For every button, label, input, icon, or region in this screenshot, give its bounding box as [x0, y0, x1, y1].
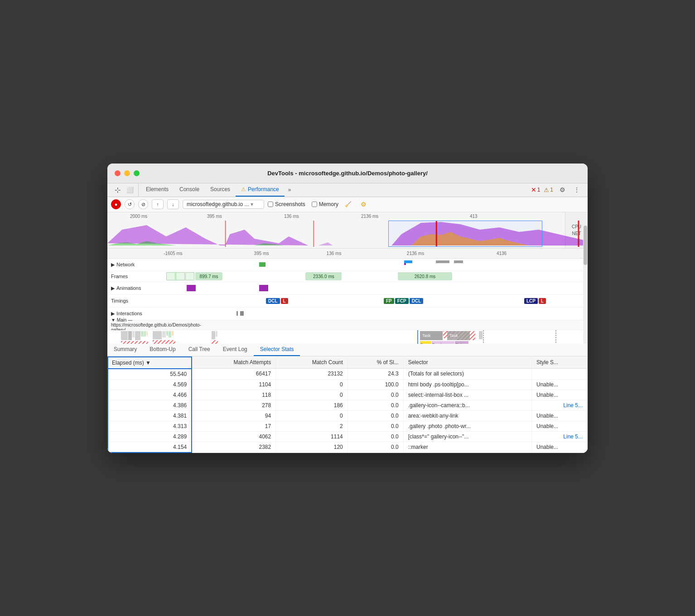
- tab-calltree[interactable]: Call Tree: [182, 344, 217, 356]
- cell-count: 120: [276, 442, 348, 452]
- cell-attempts: 66417: [192, 369, 276, 380]
- minimize-button[interactable]: [124, 170, 130, 176]
- frame-duration-2: 2336.0 ms: [305, 272, 342, 280]
- table-row: 4.466 118 0 0.0 select:-internal-list-bo…: [108, 390, 588, 400]
- screenshots-checkbox[interactable]: [268, 202, 273, 207]
- memory-option[interactable]: Memory: [312, 201, 338, 207]
- svg-rect-9: [436, 260, 449, 263]
- time-top-4: 413: [470, 214, 478, 219]
- frame-duration-1: 899.7 ms: [195, 272, 222, 280]
- refresh-record-button[interactable]: ↺: [125, 199, 135, 209]
- time-top-3: 2136 ms: [361, 214, 378, 219]
- tab-selectorstats[interactable]: Selector Stats: [254, 344, 300, 356]
- cell-style[interactable]: Line 5...: [532, 431, 588, 442]
- clear-button[interactable]: ⊘: [138, 199, 148, 209]
- svg-rect-2: [225, 221, 226, 247]
- url-display: microsoftedge.github.io ... ▾: [183, 200, 264, 209]
- inspect-icon[interactable]: ⊹: [112, 184, 123, 195]
- svg-rect-12: [259, 285, 268, 291]
- col-elapsed[interactable]: Elapsed (ms) ▼: [108, 357, 192, 369]
- svg-rect-5: [404, 260, 407, 263]
- svg-rect-28: [169, 331, 171, 337]
- tab-eventlog[interactable]: Event Log: [217, 344, 254, 356]
- frame-block-2: [176, 272, 185, 280]
- cell-selector: (Totals for all selectors): [403, 369, 531, 380]
- svg-rect-20: [144, 331, 146, 337]
- row-label-interactions[interactable]: ▶ Interactions: [107, 311, 166, 317]
- tab-elements[interactable]: Elements: [140, 183, 174, 197]
- tab-more[interactable]: »: [285, 183, 295, 197]
- row-content-frames: 899.7 ms 2336.0 ms 2620.8 ms: [166, 271, 588, 282]
- screenshots-option[interactable]: Screenshots: [268, 201, 305, 207]
- svg-rect-15: [121, 331, 128, 340]
- row-label-animations[interactable]: ▶ Animations: [107, 285, 166, 291]
- svg-rect-6: [407, 260, 410, 263]
- cell-elapsed: 55.540: [108, 369, 192, 380]
- time-label-1: 395 ms: [254, 251, 269, 256]
- col-selector[interactable]: Selector: [403, 357, 531, 369]
- col-attempts[interactable]: Match Attempts: [192, 357, 276, 369]
- record-button[interactable]: ●: [111, 199, 121, 209]
- timeline-scrollbar[interactable]: [583, 212, 588, 344]
- more-icon[interactable]: ⋮: [571, 184, 582, 195]
- cell-selector: select:-internal-list-box ...: [403, 390, 531, 400]
- maximize-button[interactable]: [134, 170, 140, 176]
- tab-summary[interactable]: Summary: [107, 344, 143, 356]
- svg-rect-17: [132, 331, 135, 337]
- svg-rect-8: [404, 263, 406, 265]
- timeline-overview[interactable]: CPU NET 2000 ms 395 ms 136 ms 2136 ms 41…: [107, 212, 588, 249]
- cell-count: 2: [276, 421, 348, 431]
- memory-checkbox[interactable]: [312, 202, 317, 207]
- row-content-timings: DCLL FPFCPDCL LCPL: [166, 295, 588, 307]
- cell-style: Unable...: [532, 442, 588, 452]
- error-icon: ✕: [531, 186, 536, 193]
- device-icon[interactable]: ⬜: [125, 184, 135, 195]
- cell-style[interactable]: Line 5...: [532, 400, 588, 410]
- url-dropdown-icon[interactable]: ▾: [251, 201, 253, 207]
- col-count[interactable]: Match Count: [276, 357, 348, 369]
- svg-rect-21: [146, 331, 148, 336]
- warn-badge: ⚠ 1: [544, 187, 553, 193]
- cell-selector: html body .ps-tooltip[po...: [403, 379, 531, 390]
- svg-rect-30: [153, 340, 175, 344]
- tab-performance[interactable]: ⚠ Performance: [236, 183, 285, 197]
- cell-selector: area:-webkit-any-link: [403, 410, 531, 421]
- scrollbar-thumb[interactable]: [584, 226, 587, 265]
- bottom-panel: Summary Bottom-Up Call Tree Event Log Se…: [107, 344, 588, 453]
- row-label-network[interactable]: ▶ Network: [107, 262, 166, 268]
- download-button[interactable]: ↓: [167, 199, 179, 209]
- tab-console[interactable]: Console: [174, 183, 205, 197]
- upload-button[interactable]: ↑: [152, 199, 164, 209]
- settings-icon[interactable]: ⚙: [557, 184, 568, 195]
- svg-rect-26: [162, 331, 166, 337]
- time-label-0: -1605 ms: [164, 251, 183, 256]
- sweep-icon[interactable]: 🧹: [345, 201, 352, 207]
- svg-rect-3: [313, 221, 314, 247]
- frame-block-3: [185, 272, 194, 280]
- window-title: DevTools - microsoftedge.github.io/Demos…: [267, 170, 428, 177]
- table-row: 55.540 66417 23132 24.3 (Totals for all …: [108, 369, 588, 380]
- svg-rect-14: [240, 311, 244, 316]
- col-style[interactable]: Style S...: [532, 357, 588, 369]
- svg-rect-18: [135, 331, 140, 340]
- tab-sources[interactable]: Sources: [205, 183, 236, 197]
- svg-rect-31: [212, 331, 215, 339]
- timing-lcp: LCPL: [524, 298, 547, 304]
- cell-elapsed: 4.466: [108, 390, 192, 400]
- row-content-network: [166, 259, 588, 271]
- cell-style: Unable...: [532, 390, 588, 400]
- tab-bottomup[interactable]: Bottom-Up: [143, 344, 182, 356]
- cell-attempts: 1104: [192, 379, 276, 390]
- col-percent[interactable]: % of Sl...: [348, 357, 403, 369]
- window-controls[interactable]: [115, 170, 140, 176]
- close-button[interactable]: [115, 170, 121, 176]
- time-label-4: 4136: [497, 251, 507, 256]
- svg-rect-22: [121, 341, 148, 344]
- row-main: ▼ Main — https://microsoftedge.github.io…: [107, 320, 588, 330]
- row-animations: ▶ Animations: [107, 282, 588, 295]
- svg-rect-0: [436, 221, 437, 247]
- perf-settings-icon[interactable]: ⚙: [358, 199, 369, 210]
- table-row: 4.569 1104 0 100.0 html body .ps-tooltip…: [108, 379, 588, 390]
- time-label-2: 136 ms: [327, 251, 342, 256]
- cell-count: 186: [276, 400, 348, 410]
